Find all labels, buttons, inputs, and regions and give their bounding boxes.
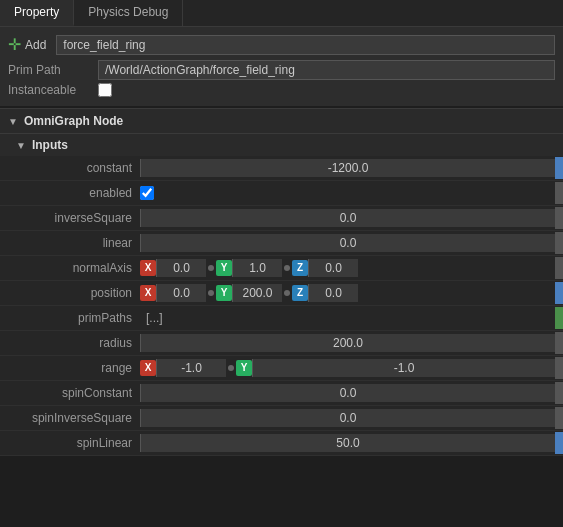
name-input[interactable] [56,35,555,55]
input-value-spinInverseSquare [140,407,563,429]
instanceable-checkbox[interactable] [98,83,112,97]
input-value-radius [140,332,563,354]
tab-physics-debug[interactable]: Physics Debug [74,0,183,26]
input-row-radius: radius [0,331,563,356]
section-title: OmniGraph Node [24,114,123,128]
indicator-enabled [555,182,563,204]
input-label-radius: radius [0,336,140,350]
input-label-linear: linear [0,236,140,250]
input-row-normalAxis: normalAxisXYZ [0,256,563,281]
input-row-spinConstant: spinConstant [0,381,563,406]
indicator-position [555,282,563,304]
sep2-normalAxis [284,265,290,271]
sep1-normalAxis [208,265,214,271]
inputs-container: constantenabledinverseSquarelinearnormal… [0,156,563,456]
input-label-range: range [0,361,140,375]
add-button-label: Add [25,38,46,52]
indicator-spinLinear [555,432,563,454]
input-label-spinConstant: spinConstant [0,386,140,400]
x-field-range[interactable] [156,359,226,377]
input-label-constant: constant [0,161,140,175]
input-row-spinInverseSquare: spinInverseSquare [0,406,563,431]
x-badge-normalAxis: X [140,260,156,276]
indicator-normalAxis [555,257,563,279]
section-arrow-icon: ▼ [8,116,18,127]
y-field-position[interactable] [232,284,282,302]
checkbox-enabled[interactable] [140,186,154,200]
y-field-normalAxis[interactable] [232,259,282,277]
tab-property[interactable]: Property [0,0,74,26]
indicator-spinConstant [555,382,563,404]
input-row-inverseSquare: inverseSquare [0,206,563,231]
inputs-arrow-icon: ▼ [16,140,26,151]
input-label-position: position [0,286,140,300]
indicator-constant [555,157,563,179]
z-field-normalAxis[interactable] [308,259,358,277]
input-value-primPaths: [...] [140,307,563,329]
input-row-position: positionXYZ [0,281,563,306]
xyz-position: XYZ [140,284,555,302]
z-badge-normalAxis: Z [292,260,308,276]
input-label-enabled: enabled [0,186,140,200]
indicator-primPaths [555,307,563,329]
input-label-inverseSquare: inverseSquare [0,211,140,225]
input-value-constant [140,157,563,179]
tab-bar: Property Physics Debug [0,0,563,27]
x-badge-position: X [140,285,156,301]
input-value-range: XY [140,357,563,379]
indicator-inverseSquare [555,207,563,229]
input-row-range: rangeXY [0,356,563,381]
input-row-linear: linear [0,231,563,256]
x-field-position[interactable] [156,284,206,302]
scalar-field-spinConstant[interactable] [140,384,555,402]
inputs-title: Inputs [32,138,68,152]
input-value-linear [140,232,563,254]
sep1-position [208,290,214,296]
prim-path-row: Prim Path [8,60,555,80]
input-row-constant: constant [0,156,563,181]
input-label-primPaths: primPaths [0,311,140,325]
input-row-spinLinear: spinLinear [0,431,563,456]
scalar-field-radius[interactable] [140,334,555,352]
input-row-primPaths: primPaths[...] [0,306,563,331]
scalar-field-spinInverseSquare[interactable] [140,409,555,427]
input-value-position: XYZ [140,282,563,304]
indicator-spinInverseSquare [555,407,563,429]
scalar-field-constant[interactable] [140,159,555,177]
plus-icon: ✛ [8,35,21,54]
input-value-normalAxis: XYZ [140,257,563,279]
scalar-field-inverseSquare[interactable] [140,209,555,227]
input-label-spinLinear: spinLinear [0,436,140,450]
input-value-spinConstant [140,382,563,404]
x-field-normalAxis[interactable] [156,259,206,277]
add-row: ✛ Add [8,33,555,56]
scalar-field-linear[interactable] [140,234,555,252]
prim-path-input[interactable] [98,60,555,80]
input-row-enabled: enabled [0,181,563,206]
section-header[interactable]: ▼ OmniGraph Node [0,108,563,134]
y-badge-position: Y [216,285,232,301]
input-label-spinInverseSquare: spinInverseSquare [0,411,140,425]
indicator-radius [555,332,563,354]
input-value-enabled [140,182,563,204]
input-value-inverseSquare [140,207,563,229]
add-button[interactable]: ✛ Add [8,33,52,56]
y-badge-normalAxis: Y [216,260,232,276]
indicator-range [555,357,563,379]
y-field-range[interactable] [252,359,555,377]
brackets-primPaths: [...] [140,309,169,327]
y-badge-range: Y [236,360,252,376]
z-field-position[interactable] [308,284,358,302]
instanceable-label: Instanceable [8,83,98,97]
scalar-field-spinLinear[interactable] [140,434,555,452]
input-label-normalAxis: normalAxis [0,261,140,275]
header-area: ✛ Add Prim Path Instanceable [0,27,563,106]
z-badge-position: Z [292,285,308,301]
sep1-range [228,365,234,371]
indicator-linear [555,232,563,254]
prim-path-label: Prim Path [8,63,98,77]
xy-range: XY [140,359,555,377]
inputs-subsection-header[interactable]: ▼ Inputs [0,134,563,156]
xyz-normalAxis: XYZ [140,259,555,277]
input-value-spinLinear [140,432,563,454]
